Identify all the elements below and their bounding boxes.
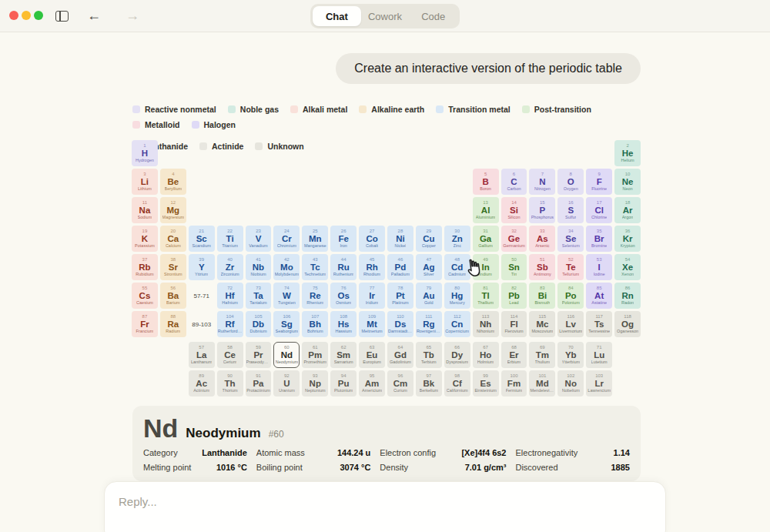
element-cell-Pd[interactable]: 46PdPalladium xyxy=(387,254,413,280)
element-cell-Np[interactable]: 93NpNeptunium xyxy=(302,370,328,396)
element-cell-N[interactable]: 7NNitrogen xyxy=(529,169,555,195)
element-cell-Mo[interactable]: 42MoMolybdenum xyxy=(273,254,300,280)
tab-cowork[interactable]: Cowork xyxy=(361,6,410,26)
element-cell-I[interactable]: 53IIodine xyxy=(586,254,612,280)
element-cell-Rn[interactable]: 86RnRadon xyxy=(614,283,641,309)
element-cell-Mg[interactable]: 12MgMagnesium xyxy=(160,197,186,223)
element-cell-Er[interactable]: 68ErErbium xyxy=(501,342,527,368)
element-cell-Zr[interactable]: 40ZrZirconium xyxy=(217,254,243,280)
element-cell-Pm[interactable]: 61PmPromethium xyxy=(302,342,328,368)
element-cell-As[interactable]: 33AsArsenic xyxy=(529,226,555,252)
element-cell-Ts[interactable]: 117TsTennessine xyxy=(586,311,612,337)
element-cell-Mc[interactable]: 115McMoscovium xyxy=(529,311,555,337)
element-cell-Ge[interactable]: 32GeGermanium xyxy=(501,226,527,252)
minimize-window-button[interactable] xyxy=(22,11,31,20)
element-cell-No[interactable]: 102NoNobelium xyxy=(557,370,584,396)
element-cell-Sc[interactable]: 21ScScandium xyxy=(189,226,215,252)
element-cell-Hs[interactable]: 108HsHassium xyxy=(330,311,357,337)
zoom-window-button[interactable] xyxy=(34,11,43,20)
element-cell-Hg[interactable]: 80HgMercury xyxy=(444,283,470,309)
element-cell-Nb[interactable]: 41NbNiobium xyxy=(246,254,272,280)
element-cell-Th[interactable]: 90ThThorium xyxy=(217,370,243,396)
element-cell-Es[interactable]: 99EsEinsteinium xyxy=(473,370,499,396)
element-cell-P[interactable]: 15PPhosphorus xyxy=(529,197,555,223)
element-cell-K[interactable]: 19KPotassium xyxy=(132,226,158,252)
element-cell-Cr[interactable]: 24CrChromium xyxy=(273,226,300,252)
element-cell-B[interactable]: 5BBoron xyxy=(473,169,499,195)
element-cell-Po[interactable]: 84PoPolonium xyxy=(557,283,584,309)
element-cell-C[interactable]: 6CCarbon xyxy=(501,169,527,195)
element-cell-He[interactable]: 2HeHelium xyxy=(614,140,641,166)
element-cell-Pt[interactable]: 78PtPlatinum xyxy=(387,283,413,309)
element-cell-Al[interactable]: 13AlAluminium xyxy=(473,197,499,223)
element-cell-Ga[interactable]: 31GaGallium xyxy=(473,226,499,252)
element-cell-Cn[interactable]: 112CnCopernicium xyxy=(444,311,470,337)
element-cell-Bh[interactable]: 107BhBohrium xyxy=(302,311,328,337)
element-cell-Nh[interactable]: 113NhNihonium xyxy=(473,311,499,337)
element-cell-Te[interactable]: 52TeTellurium xyxy=(557,254,584,280)
element-cell-Tc[interactable]: 43TcTechnetium xyxy=(302,254,328,280)
element-cell-Lv[interactable]: 116LvLivermorium xyxy=(557,311,584,337)
element-cell-Hf[interactable]: 72HfHafnium xyxy=(217,283,243,309)
element-cell-Ni[interactable]: 28NiNickel xyxy=(387,226,413,252)
element-cell-Dy[interactable]: 66DyDysprosium xyxy=(444,342,470,368)
element-cell-Au[interactable]: 79AuGold xyxy=(416,283,442,309)
element-cell-Re[interactable]: 75ReRhenium xyxy=(302,283,328,309)
element-cell-Lu[interactable]: 71LuLutetium xyxy=(586,342,612,368)
element-cell-Kr[interactable]: 36KrKrypton xyxy=(614,226,641,252)
element-cell-Co[interactable]: 27CoCobalt xyxy=(359,226,385,252)
element-cell-Eu[interactable]: 63EuEuropium xyxy=(359,342,385,368)
element-cell-Rh[interactable]: 45RhRhodium xyxy=(359,254,385,280)
element-cell-Cs[interactable]: 55CsCaesium xyxy=(132,283,158,309)
element-cell-Pr[interactable]: 59PrPraseodymium xyxy=(246,342,272,368)
element-cell-Na[interactable]: 11NaSodium xyxy=(132,197,158,223)
element-cell-H[interactable]: 1HHydrogen xyxy=(132,140,158,166)
element-cell-Zn[interactable]: 30ZnZinc xyxy=(444,226,470,252)
element-cell-Os[interactable]: 76OsOsmium xyxy=(330,283,357,309)
element-cell-Ar[interactable]: 18ArArgon xyxy=(614,197,641,223)
element-cell-La[interactable]: 57LaLanthanum xyxy=(189,342,215,368)
element-cell-Gd[interactable]: 64GdGadolinium xyxy=(387,342,413,368)
element-cell-Ba[interactable]: 56BaBarium xyxy=(160,283,186,309)
element-cell-Cu[interactable]: 29CuCopper xyxy=(416,226,442,252)
element-cell-Ir[interactable]: 77IrIridium xyxy=(359,283,385,309)
element-cell-Ac[interactable]: 89AcActinium xyxy=(189,370,215,396)
element-cell-Ce[interactable]: 58CeCerium xyxy=(217,342,243,368)
element-cell-Y[interactable]: 39YYttrium xyxy=(189,254,215,280)
element-cell-Sr[interactable]: 38SrStrontium xyxy=(160,254,186,280)
element-cell-Ne[interactable]: 10NeNeon xyxy=(614,169,641,195)
element-cell-Ta[interactable]: 73TaTantalum xyxy=(246,283,272,309)
element-cell-Li[interactable]: 3LiLithium xyxy=(132,169,158,195)
element-cell-Nd[interactable]: 60NdNeodymium xyxy=(273,342,300,368)
element-cell-At[interactable]: 85AtAstatine xyxy=(586,283,612,309)
element-cell-Ru[interactable]: 44RuRuthenium xyxy=(330,254,357,280)
element-cell-Tl[interactable]: 81TlThallium xyxy=(473,283,499,309)
element-cell-Sg[interactable]: 106SgSeaborgium xyxy=(273,311,300,337)
element-cell-Yb[interactable]: 70YbYtterbium xyxy=(557,342,584,368)
element-cell-Fm[interactable]: 100FmFermium xyxy=(501,370,527,396)
element-cell-U[interactable]: 92UUranium xyxy=(273,370,300,396)
element-cell-Se[interactable]: 34SeSelenium xyxy=(557,226,584,252)
element-cell-Rg[interactable]: 111RgRoentgenium xyxy=(416,311,442,337)
element-cell-Br[interactable]: 35BrBromine xyxy=(586,226,612,252)
element-cell-Cm[interactable]: 96CmCurium xyxy=(387,370,413,396)
element-cell-Db[interactable]: 105DbDubnium xyxy=(246,311,272,337)
element-cell-Sb[interactable]: 51SbAntimony xyxy=(529,254,555,280)
element-cell-Pa[interactable]: 91PaProtactinium xyxy=(246,370,272,396)
element-cell-Sm[interactable]: 62SmSamarium xyxy=(330,342,357,368)
sidebar-toggle-icon[interactable] xyxy=(55,11,69,22)
element-cell-Mn[interactable]: 25MnManganese xyxy=(302,226,328,252)
element-cell-Ca[interactable]: 20CaCalcium xyxy=(160,226,186,252)
close-window-button[interactable] xyxy=(9,11,18,20)
element-cell-Be[interactable]: 4BeBeryllium xyxy=(160,169,186,195)
element-cell-Bk[interactable]: 97BkBerkelium xyxy=(416,370,442,396)
element-cell-Am[interactable]: 95AmAmericium xyxy=(359,370,385,396)
element-cell-Pb[interactable]: 82PbLead xyxy=(501,283,527,309)
forward-arrow-icon[interactable]: → xyxy=(126,6,139,25)
element-cell-Fl[interactable]: 114FlFlerovium xyxy=(501,311,527,337)
element-cell-Md[interactable]: 101MdMendelevium xyxy=(529,370,555,396)
element-cell-Rb[interactable]: 37RbRubidium xyxy=(132,254,158,280)
element-cell-Mt[interactable]: 109MtMeitnerium xyxy=(359,311,385,337)
element-cell-Ag[interactable]: 47AgSilver xyxy=(416,254,442,280)
element-cell-Tm[interactable]: 69TmThulium xyxy=(529,342,555,368)
